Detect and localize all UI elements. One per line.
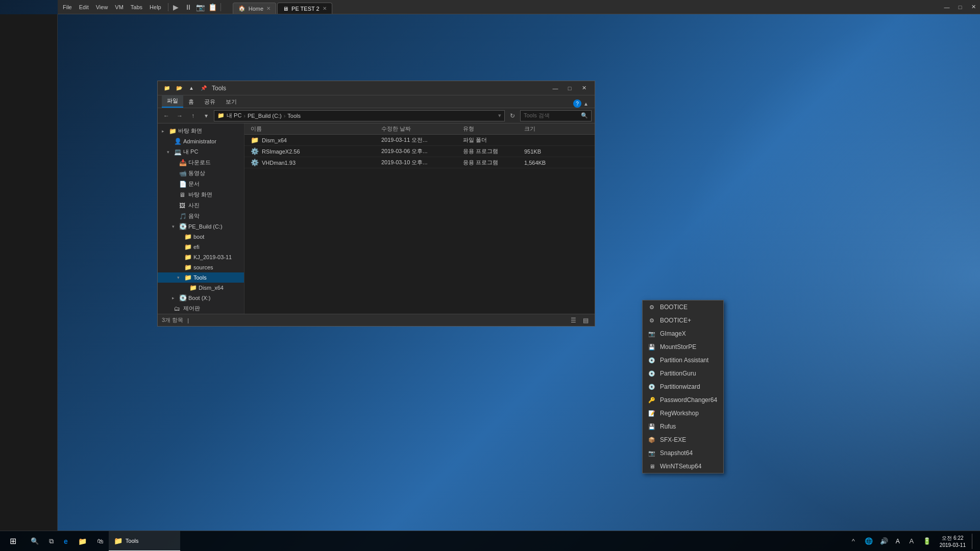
ctx-snapshot64[interactable]: 📷 Snapshot64: [643, 446, 723, 460]
system-clock[interactable]: 오전 6:22 2019-03-11: [936, 535, 970, 548]
col-size[interactable]: 크기: [524, 125, 565, 133]
list-view-button[interactable]: ☰: [568, 316, 578, 325]
nav-sources[interactable]: 📁 sources: [158, 262, 244, 272]
start-button[interactable]: ⊞: [0, 531, 26, 552]
tray-ime-icon[interactable]: A: [905, 534, 918, 549]
tray-language[interactable]: A: [893, 534, 903, 549]
toolbar-snapshot2[interactable]: 📋: [207, 2, 219, 12]
nav-boot-x[interactable]: ▸ 💽 Boot (X:): [158, 293, 244, 303]
nav-administrator[interactable]: 👤 Administrator: [158, 136, 244, 146]
nav-dism-x64[interactable]: 📁 Dism_x64: [158, 283, 244, 293]
col-date[interactable]: 수정한 날짜: [381, 125, 463, 133]
ctx-bootice-plus[interactable]: ⚙ BOOTICE+: [643, 314, 723, 327]
search-button[interactable]: 🔍: [26, 531, 44, 552]
recent-button[interactable]: ▾: [201, 110, 212, 121]
menu-file[interactable]: File: [60, 0, 75, 14]
ribbon-tab-share[interactable]: 공유: [199, 96, 220, 108]
edge-button[interactable]: e: [59, 531, 73, 552]
minimize-button[interactable]: —: [549, 83, 562, 93]
nav-control-panel[interactable]: 🗂 제어판: [158, 303, 244, 314]
tab-home[interactable]: 🏠 Home ✕: [233, 3, 276, 14]
up-button[interactable]: ↑: [187, 110, 199, 121]
toolbar-power[interactable]: ▶: [170, 2, 182, 12]
ctx-partition-assistant[interactable]: 💿 Partition Assistant: [643, 354, 723, 367]
tab-home-close[interactable]: ✕: [266, 6, 271, 11]
search-icon: 🔍: [31, 537, 39, 545]
tray-volume-icon[interactable]: 🔊: [877, 534, 891, 549]
menu-tabs[interactable]: Tabs: [128, 0, 145, 14]
ctx-password-changer[interactable]: 🔑 PasswordChanger64: [643, 393, 723, 407]
toolbar-pause[interactable]: ⏸: [182, 2, 194, 12]
nav-label: boot: [193, 234, 204, 240]
maximize-button[interactable]: □: [563, 83, 576, 93]
tab-pe-close[interactable]: ✕: [323, 6, 327, 11]
col-name[interactable]: 이름: [249, 125, 381, 133]
ribbon-tab-view[interactable]: 보기: [220, 96, 242, 108]
address-path[interactable]: 📁 내 PC › PE_Build (C:) › Tools ▾: [214, 110, 505, 121]
tray-battery-icon[interactable]: 🔋: [920, 534, 934, 549]
nav-desktop[interactable]: ▸ 📁 바탕 화면: [158, 126, 244, 136]
rufus-icon: 💾: [648, 422, 656, 431]
folder-icon: 📹: [179, 170, 186, 177]
file-explorer-taskbar-button[interactable]: 📁: [73, 531, 92, 552]
file-row-rsimage[interactable]: ⚙️ RSImageX2.56 2019-03-06 오후... 응용 프로그램…: [244, 146, 595, 157]
path-refresh[interactable]: ↻: [507, 110, 518, 121]
menu-help[interactable]: Help: [146, 0, 164, 14]
vmware-minimize[interactable]: —: [940, 2, 953, 12]
menu-view[interactable]: View: [93, 0, 111, 14]
tray-network-icon[interactable]: 🌐: [862, 534, 875, 549]
nav-pe-build[interactable]: ▾ 💽 PE_Build (C:): [158, 221, 244, 232]
ctx-partition-guru[interactable]: 💿 PartitionGuru: [643, 367, 723, 380]
ctx-reg-workshop[interactable]: 📝 RegWorkshop: [643, 407, 723, 420]
task-view-button[interactable]: ⧉: [44, 531, 59, 552]
file-explorer-window: 📁 📂 ▲ 📌 Tools — □ ✕ 파일 홈 공유 보기 ?: [157, 81, 595, 327]
file-name: Dism_x64: [262, 137, 287, 143]
vmware-maximize[interactable]: □: [953, 2, 967, 12]
vmware-close[interactable]: ✕: [967, 2, 980, 12]
ribbon-tab-home[interactable]: 홈: [183, 96, 199, 108]
show-desktop-button[interactable]: [972, 534, 976, 549]
ctx-label: Rufus: [660, 423, 676, 430]
back-button[interactable]: ←: [161, 110, 172, 121]
menu-edit[interactable]: Edit: [76, 0, 92, 14]
file-row-vhdman[interactable]: ⚙️ VHDman1.93 2019-03-10 오후... 응용 프로그램 1…: [244, 157, 595, 168]
nav-downloads[interactable]: 📥 다운로드: [158, 157, 244, 168]
forward-button[interactable]: →: [174, 110, 185, 121]
ctx-winntsetup64[interactable]: 🖥 WinNTSetup64: [643, 460, 723, 473]
drive-icon: 💽: [179, 294, 186, 302]
ribbon-tab-file[interactable]: 파일: [162, 95, 183, 108]
ctx-bootice[interactable]: ⚙ BOOTICE: [643, 300, 723, 314]
detail-view-button[interactable]: ▤: [580, 316, 591, 325]
nav-pictures[interactable]: 🖼 사진: [158, 200, 244, 211]
nav-documents[interactable]: 📄 문서: [158, 179, 244, 189]
ctx-sfx-exe[interactable]: 📦 SFX-EXE: [643, 433, 723, 446]
ctx-partitionwizard[interactable]: 💿 Partitionwizard: [643, 380, 723, 393]
nav-my-pc[interactable]: ▾ 💻 내 PC: [158, 146, 244, 157]
search-box[interactable]: Tools 검색 🔍: [520, 110, 592, 121]
store-button[interactable]: 🛍: [92, 531, 109, 552]
ribbon-expand-icon[interactable]: ▲: [583, 101, 589, 107]
nav-music[interactable]: 🎵 음악: [158, 211, 244, 221]
ribbon-help-button[interactable]: ?: [573, 99, 581, 108]
tab-pe-test-2[interactable]: 🖥 PE TEST 2 ✕: [277, 3, 332, 14]
ctx-rufus[interactable]: 💾 Rufus: [643, 420, 723, 433]
path-tools: Tools: [287, 113, 301, 119]
nav-efi[interactable]: 📁 efi: [158, 242, 244, 252]
ctx-gimagex[interactable]: 📷 GImageX: [643, 327, 723, 340]
nav-tools[interactable]: ▾ 📁 Tools: [158, 272, 244, 283]
ctx-label: Partition Assistant: [660, 357, 708, 364]
nav-videos[interactable]: 📹 동영상: [158, 168, 244, 179]
nav-bg-screen[interactable]: 🖥 바탕 화면: [158, 189, 244, 200]
col-type[interactable]: 유형: [463, 125, 524, 133]
nav-boot[interactable]: 📁 boot: [158, 232, 244, 242]
ctx-mountstorpe[interactable]: 💾 MountStorPE: [643, 340, 723, 354]
close-button[interactable]: ✕: [577, 83, 591, 93]
expand-icon: ▾: [167, 149, 172, 155]
file-row-dism[interactable]: 📁 Dism_x64 2019-03-11 오전... 파일 폴더: [244, 135, 595, 146]
toolbar-snapshot[interactable]: 📷: [194, 2, 207, 12]
nav-kj[interactable]: 📁 KJ_2019-03-11: [158, 252, 244, 262]
menu-vm[interactable]: VM: [112, 0, 127, 14]
tray-chevron[interactable]: ^: [847, 534, 860, 549]
tools-app-button[interactable]: 📁 Tools: [109, 531, 180, 552]
context-menu: ⚙ BOOTICE ⚙ BOOTICE+ 📷 GImageX 💾 MountSt…: [642, 300, 724, 473]
